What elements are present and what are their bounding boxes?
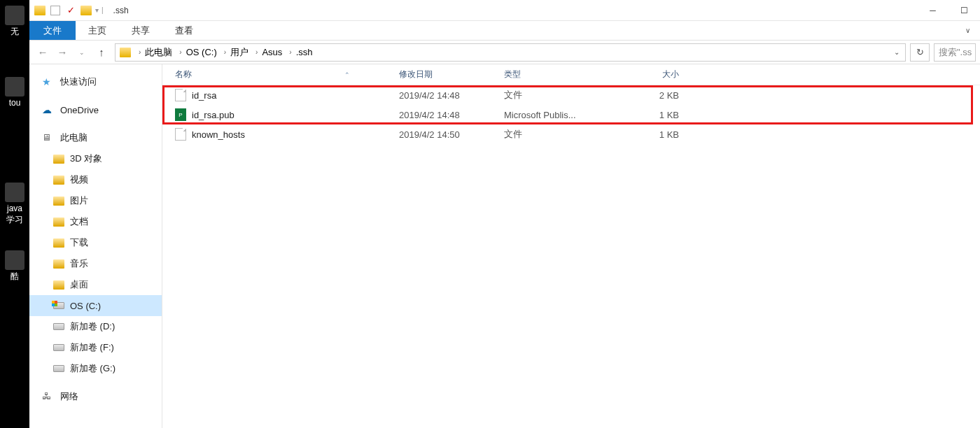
up-button[interactable]: ↑ xyxy=(92,43,111,62)
column-headers: 名称⌃ 修改日期 类型 大小 xyxy=(162,64,980,85)
sidebar-drive-f[interactable]: 新加卷 (F:) xyxy=(29,337,162,358)
folder-icon xyxy=(53,155,64,164)
chevron-right-icon[interactable]: › xyxy=(176,48,184,56)
recent-dropdown[interactable]: ⌄ xyxy=(73,43,91,62)
breadcrumb-seg[interactable]: 此电脑 xyxy=(145,46,172,59)
col-name[interactable]: 名称⌃ xyxy=(175,69,399,80)
col-type[interactable]: 类型 xyxy=(504,69,609,80)
file-pane[interactable]: 名称⌃ 修改日期 类型 大小 id_rsa 2019/4/2 14:48 文件 … xyxy=(162,64,980,428)
sidebar-folder-music[interactable]: 音乐 xyxy=(29,253,162,274)
breadcrumb-seg[interactable]: 用户 xyxy=(230,46,248,59)
minimize-button[interactable]: ─ xyxy=(917,0,948,21)
desktop-icon-1[interactable]: 无 xyxy=(0,0,29,43)
drive-icon xyxy=(53,365,64,372)
network-icon: 🖧 xyxy=(42,391,55,402)
quickaccess-icon[interactable] xyxy=(49,4,62,17)
folder-icon xyxy=(53,259,64,269)
folder-icon xyxy=(34,4,46,17)
address-dropdown[interactable]: ⌄ xyxy=(888,48,905,56)
file-icon xyxy=(175,89,186,101)
window-title: .ssh xyxy=(108,6,129,15)
address-bar: ← → ⌄ ↑ ›此电脑 ›OS (C:) ›用户 ›Asus ›.ssh ⌄ … xyxy=(29,41,980,64)
sidebar-network[interactable]: 🖧网络 xyxy=(29,386,162,407)
sidebar-drive-g[interactable]: 新加卷 (G:) xyxy=(29,358,162,379)
drive-icon xyxy=(53,344,64,351)
publisher-icon: P xyxy=(175,108,186,121)
dropdown-icon[interactable] xyxy=(80,4,92,17)
forward-button[interactable]: → xyxy=(53,43,71,62)
desktop-icon-3[interactable]: java 学习 xyxy=(0,177,29,231)
ribbon-expand-button[interactable]: ∨ xyxy=(955,21,980,40)
folder-icon xyxy=(53,176,64,185)
breadcrumb-seg[interactable]: Asus xyxy=(262,47,282,57)
breadcrumb-seg[interactable]: OS (C:) xyxy=(186,47,217,57)
breadcrumb-seg[interactable]: .ssh xyxy=(296,47,313,57)
sidebar-folder-downloads[interactable]: 下载 xyxy=(29,232,162,253)
sidebar-drive-d[interactable]: 新加卷 (D:) xyxy=(29,316,162,337)
folder-icon xyxy=(120,48,131,57)
sidebar-quick-access[interactable]: ★快速访问 xyxy=(29,71,162,92)
sidebar-drive-c[interactable]: OS (C:) xyxy=(29,295,162,316)
maximize-button[interactable]: ☐ xyxy=(948,0,980,21)
file-row[interactable]: Pid_rsa.pub 2019/4/2 14:48 Microsoft Pub… xyxy=(162,105,980,124)
sort-arrow-icon: ⌃ xyxy=(344,71,350,78)
sidebar-thispc[interactable]: 🖥此电脑 xyxy=(29,127,162,148)
pipe-icon: | xyxy=(102,6,104,14)
titlebar[interactable]: ✓ ▾ | .ssh ─ ☐ xyxy=(29,0,980,21)
properties-icon[interactable]: ✓ xyxy=(64,4,77,17)
desktop-icon-4[interactable]: 酷 xyxy=(0,245,29,288)
sidebar-folder-desktop[interactable]: 桌面 xyxy=(29,274,162,295)
file-row[interactable]: id_rsa 2019/4/2 14:48 文件 2 KB xyxy=(162,85,980,105)
ribbon-tab-view[interactable]: 查看 xyxy=(162,21,206,40)
folder-icon xyxy=(53,217,64,227)
sidebar: ★快速访问 ☁OneDrive 🖥此电脑 3D 对象 视频 图片 文档 下载 音… xyxy=(29,64,162,428)
folder-icon xyxy=(53,238,64,248)
col-size[interactable]: 大小 xyxy=(609,69,693,80)
folder-icon xyxy=(53,280,64,290)
cloud-icon: ☁ xyxy=(42,104,55,115)
file-icon xyxy=(175,128,186,141)
sidebar-folder-video[interactable]: 视频 xyxy=(29,169,162,190)
chevron-right-icon[interactable]: › xyxy=(286,48,294,56)
sidebar-folder-documents[interactable]: 文档 xyxy=(29,211,162,232)
desktop-icon-2[interactable]: tou xyxy=(0,71,29,115)
ribbon-tab-share[interactable]: 共享 xyxy=(119,21,162,40)
ribbon-file-tab[interactable]: 文件 xyxy=(29,21,76,40)
sidebar-folder-pictures[interactable]: 图片 xyxy=(29,190,162,211)
chevron-right-icon[interactable]: › xyxy=(136,48,144,56)
search-input[interactable]: 搜索".ss xyxy=(934,43,976,62)
star-icon: ★ xyxy=(42,76,55,87)
back-button[interactable]: ← xyxy=(34,43,52,62)
pc-icon: 🖥 xyxy=(42,132,55,143)
folder-icon xyxy=(53,197,64,206)
separator-icon: ▾ xyxy=(95,6,99,14)
ribbon-tab-home[interactable]: 主页 xyxy=(76,21,119,40)
chevron-right-icon[interactable]: › xyxy=(221,48,229,56)
explorer-window: ✓ ▾ | .ssh ─ ☐ 文件 主页 共享 查看 ∨ ← → ⌄ ↑ ›此电… xyxy=(29,0,980,428)
address-box[interactable]: ›此电脑 ›OS (C:) ›用户 ›Asus ›.ssh ⌄ xyxy=(115,43,906,62)
drive-icon xyxy=(53,302,64,309)
col-date[interactable]: 修改日期 xyxy=(399,69,504,80)
sidebar-folder-3d[interactable]: 3D 对象 xyxy=(29,148,162,169)
drive-icon xyxy=(53,323,64,330)
refresh-button[interactable]: ↻ xyxy=(910,43,930,62)
ribbon: 文件 主页 共享 查看 ∨ xyxy=(29,21,980,41)
file-row[interactable]: known_hosts 2019/4/2 14:50 文件 1 KB xyxy=(162,124,980,144)
sidebar-onedrive[interactable]: ☁OneDrive xyxy=(29,99,162,120)
desktop-left-strip: 无 tou java 学习 酷 xyxy=(0,0,29,428)
chevron-right-icon[interactable]: › xyxy=(253,48,260,56)
